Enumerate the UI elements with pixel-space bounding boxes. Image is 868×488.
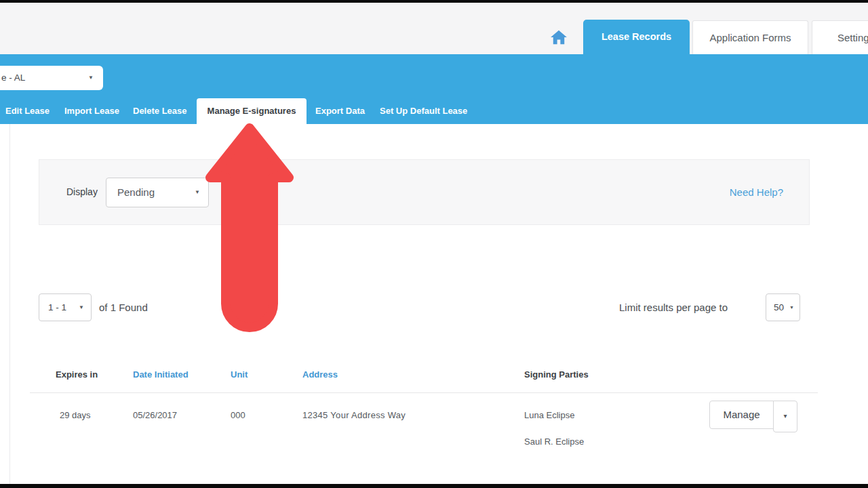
manage-dropdown-toggle[interactable]: ▾ — [773, 401, 797, 432]
main-header: Lease Records Application Forms Settings — [0, 3, 868, 54]
caret-down-icon: ▼ — [789, 294, 794, 321]
menu-item-edit-lease[interactable]: Edit Lease — [5, 98, 50, 124]
limit-results-select[interactable]: 50 ▼ — [766, 293, 800, 321]
cell-address: 12345 Your Address Way — [302, 410, 406, 420]
table-header-divider — [30, 392, 818, 393]
column-header-signing-parties: Signing Parties — [524, 369, 589, 380]
display-select-value: Pending — [117, 178, 155, 207]
tab-lease-records[interactable]: Lease Records — [583, 20, 690, 54]
column-header-date-initiated[interactable]: Date Initiated — [133, 369, 189, 380]
limit-results-label: Limit results per page to — [619, 293, 728, 321]
letterbox-bottom — [0, 484, 868, 488]
caret-down-icon: ▼ — [79, 294, 84, 321]
column-header-unit[interactable]: Unit — [231, 369, 248, 380]
tab-application-forms[interactable]: Application Forms — [692, 20, 808, 54]
caret-down-icon: ▼ — [88, 66, 94, 90]
lease-toolbar: e - AL ▼ Edit Lease Import Lease Delete … — [0, 54, 868, 124]
column-header-address[interactable]: Address — [302, 369, 338, 380]
filter-panel: Display Pending ▼ Need Help? — [39, 159, 810, 225]
results-found-text: of 1 Found — [99, 293, 148, 321]
menu-item-import-lease[interactable]: Import Lease — [64, 98, 119, 124]
need-help-link[interactable]: Need Help? — [730, 160, 783, 224]
caret-down-icon: ▾ — [783, 412, 787, 420]
property-select-value: e - AL — [1, 66, 25, 90]
display-select[interactable]: Pending ▼ — [106, 178, 209, 207]
cell-unit: 000 — [231, 410, 245, 420]
home-icon — [549, 28, 568, 46]
result-range-select[interactable]: 1 - 1 ▼ — [39, 293, 92, 321]
menu-item-delete-lease[interactable]: Delete Lease — [133, 98, 187, 124]
content-left-divider — [9, 124, 10, 484]
property-select[interactable]: e - AL ▼ — [0, 66, 103, 90]
menu-item-export-data[interactable]: Export Data — [315, 98, 365, 124]
menu-item-setup-default-lease[interactable]: Set Up Default Lease — [380, 98, 467, 124]
menu-item-manage-esignatures[interactable]: Manage E-signatures — [197, 98, 307, 124]
home-tab[interactable] — [549, 28, 568, 46]
column-header-expires-in: Expires in — [56, 369, 98, 380]
display-label: Display — [66, 160, 98, 224]
limit-results-value: 50 — [774, 294, 784, 321]
app-window: Lease Records Application Forms Settings… — [0, 0, 868, 488]
cell-expires-in: 29 days — [60, 410, 91, 420]
manage-button[interactable]: Manage — [709, 401, 774, 429]
tab-settings[interactable]: Settings — [812, 20, 868, 54]
cell-date-initiated: 05/26/2017 — [133, 410, 177, 420]
caret-down-icon: ▼ — [195, 178, 200, 207]
cell-signing-party: Luna Eclipse — [524, 410, 574, 420]
cell-signing-party: Saul R. Eclipse — [524, 436, 584, 447]
result-range-value: 1 - 1 — [48, 294, 66, 321]
